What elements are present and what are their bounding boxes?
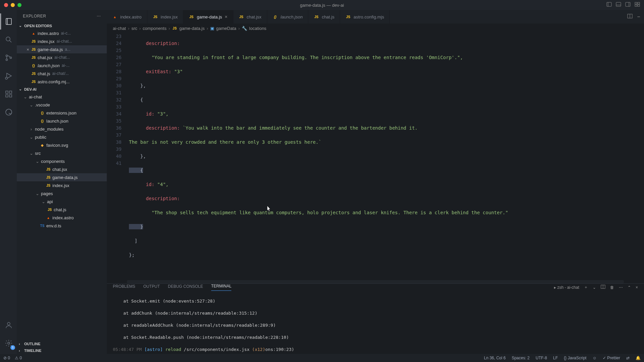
close-icon[interactable]: × — [25, 47, 31, 52]
svg-rect-0 — [607, 2, 611, 6]
tree-folder[interactable]: ⌄api — [17, 197, 107, 206]
toggle-secondary-sidebar-icon[interactable] — [625, 2, 631, 8]
tree-file[interactable]: JSindex.jsx — [17, 181, 107, 189]
status-errors[interactable]: ⊘ 0 — [3, 356, 10, 360]
tab-more-icon[interactable]: ⋯ — [637, 14, 640, 19]
code-editor[interactable]: 23242526272829303132333435363738394041 d… — [107, 33, 644, 280]
svg-point-10 — [6, 37, 10, 41]
explorer-activity-icon[interactable] — [0, 13, 16, 30]
window-maximize-button[interactable] — [17, 3, 21, 7]
status-indentation[interactable]: Spaces: 2 — [512, 356, 530, 360]
close-panel-icon[interactable]: × — [636, 285, 638, 290]
open-editor-item[interactable]: ×▲index.astroai-c... — [17, 29, 107, 37]
accounts-activity-icon[interactable] — [0, 317, 16, 333]
open-editor-item[interactable]: ×{}launch.jsonai-... — [17, 61, 107, 70]
terminal-shell-label[interactable]: ▸ zsh - ai-chat — [554, 285, 579, 290]
svg-point-12 — [6, 55, 8, 57]
terminal-output[interactable]: at Socket.emit (node:events:527:28) at a… — [107, 291, 644, 354]
status-prettier[interactable]: ✓ Prettier — [603, 356, 620, 360]
tree-folder[interactable]: ⌄.vscode — [17, 101, 107, 109]
tab-index-astro[interactable]: ▲index.astro — [107, 10, 147, 24]
sidebar-title: EXPLORER — [23, 14, 46, 18]
status-bar: ⊘ 0 ⚠ 0 Ln 36, Col 6 Spaces: 2 UTF-8 LF … — [0, 354, 644, 362]
status-live-share-icon[interactable]: ⇄ — [626, 356, 630, 360]
settings-activity-icon[interactable]: 1 — [0, 335, 16, 351]
tree-file[interactable]: ▲index.astro — [17, 214, 107, 222]
workspace-section[interactable]: ⌄ DEV-AI — [17, 86, 107, 93]
terminal-dropdown-icon[interactable]: ⌄ — [593, 285, 596, 290]
open-editor-item[interactable]: ×JSchat.jsai-chat/... — [17, 70, 107, 78]
bottom-panel: PROBLEMS OUTPUT DEBUG CONSOLE TERMINAL ▸… — [107, 283, 644, 354]
edge-tools-activity-icon[interactable] — [0, 104, 16, 120]
search-activity-icon[interactable] — [0, 32, 16, 48]
new-terminal-icon[interactable]: ＋ — [584, 284, 588, 290]
window-close-button[interactable] — [4, 3, 8, 7]
tab-chat-jsx[interactable]: JSchat.jsx — [233, 10, 267, 24]
tab-astro-config[interactable]: JSastro.config.mjs — [340, 10, 390, 24]
status-language[interactable]: {} JavaScript — [564, 356, 586, 360]
split-terminal-icon[interactable] — [601, 284, 605, 290]
code-content[interactable]: description: "You are standing in front … — [129, 33, 644, 280]
svg-point-21 — [7, 322, 10, 325]
tree-file[interactable]: {}launch.json — [17, 117, 107, 125]
terminal-tab[interactable]: TERMINAL — [211, 284, 232, 291]
timeline-section[interactable]: ›TIMELINE — [17, 347, 107, 354]
horizontal-scrollbar[interactable] — [127, 280, 624, 283]
svg-point-22 — [8, 342, 10, 344]
problems-tab[interactable]: PROBLEMS — [113, 284, 135, 291]
status-notifications-icon[interactable]: 🔔 — [636, 356, 641, 360]
output-tab[interactable]: OUTPUT — [143, 284, 160, 291]
tree-folder[interactable]: ⌄ai-chat — [17, 93, 107, 101]
svg-rect-4 — [626, 2, 630, 6]
tree-file[interactable]: JSchat.jsx — [17, 165, 107, 173]
terminal-more-icon[interactable]: ⋯ — [619, 285, 623, 290]
svg-rect-8 — [635, 5, 637, 6]
status-feedback-icon[interactable]: ☺ — [593, 356, 597, 360]
tree-file[interactable]: JSgame-data.js — [17, 173, 107, 181]
tab-game-data[interactable]: JSgame-data.js× — [183, 10, 233, 24]
svg-point-15 — [5, 77, 7, 79]
tab-chat-js[interactable]: JSchat.js — [308, 10, 340, 24]
tree-folder[interactable]: ⌄public — [17, 133, 107, 141]
settings-badge: 1 — [10, 345, 15, 350]
tab-launch-json[interactable]: {}launch.json — [267, 10, 309, 24]
svg-point-13 — [6, 59, 8, 61]
kill-terminal-icon[interactable]: 🗑 — [610, 285, 614, 290]
status-warnings[interactable]: ⚠ 0 — [15, 356, 22, 360]
tree-file[interactable]: TSenv.d.ts — [17, 222, 107, 230]
debug-console-tab[interactable]: DEBUG CONSOLE — [168, 284, 203, 291]
status-cursor-position[interactable]: Ln 36, Col 6 — [484, 356, 506, 360]
run-debug-activity-icon[interactable] — [0, 68, 16, 84]
tree-folder[interactable]: ›node_modules — [17, 125, 107, 133]
maximize-panel-icon[interactable]: ⌃ — [628, 285, 631, 290]
sidebar-more-icon[interactable]: ⋯ — [97, 14, 101, 18]
tree-file[interactable]: JSchat.js — [17, 206, 107, 214]
svg-rect-19 — [9, 91, 12, 93]
breadcrumbs[interactable]: ai-chat› src› components› JSgame-data.js… — [107, 24, 644, 33]
open-editor-item[interactable]: ×JSgame-data.jsa... — [17, 45, 107, 53]
open-editor-item[interactable]: ×JSchat.jsxai-chat... — [17, 53, 107, 61]
outline-section[interactable]: ›OUTLINE — [17, 341, 107, 347]
open-editor-item[interactable]: ×JSindex.jsxai-chat... — [17, 37, 107, 45]
split-editor-icon[interactable] — [627, 13, 633, 20]
window-minimize-button[interactable] — [11, 3, 15, 7]
tree-file[interactable]: {}extensions.json — [17, 109, 107, 117]
source-control-activity-icon[interactable] — [0, 50, 16, 66]
status-eol[interactable]: LF — [553, 356, 558, 360]
status-encoding[interactable]: UTF-8 — [536, 356, 547, 360]
editor-tabs: ▲index.astro JSindex.jsx JSgame-data.js×… — [107, 10, 644, 24]
tree-folder[interactable]: ⌄components — [17, 157, 107, 165]
svg-rect-16 — [6, 91, 8, 93]
extensions-activity-icon[interactable] — [0, 86, 16, 102]
open-editor-item[interactable]: ×JSastro.config.mj... — [17, 78, 107, 86]
tree-folder[interactable]: ⌄src — [17, 149, 107, 157]
toggle-panel-icon[interactable] — [616, 2, 621, 8]
toggle-primary-sidebar-icon[interactable] — [606, 2, 612, 8]
close-icon[interactable]: × — [225, 14, 227, 19]
tree-file[interactable]: ◆favicon.svg — [17, 141, 107, 149]
open-editors-section[interactable]: ⌄ OPEN EDITORS — [17, 22, 107, 29]
explorer-sidebar: EXPLORER ⋯ ⌄ OPEN EDITORS ×▲index.astroa… — [17, 10, 107, 354]
tab-index-jsx[interactable]: JSindex.jsx — [147, 10, 184, 24]
customize-layout-icon[interactable] — [635, 2, 640, 8]
tree-folder[interactable]: ⌄pages — [17, 189, 107, 197]
